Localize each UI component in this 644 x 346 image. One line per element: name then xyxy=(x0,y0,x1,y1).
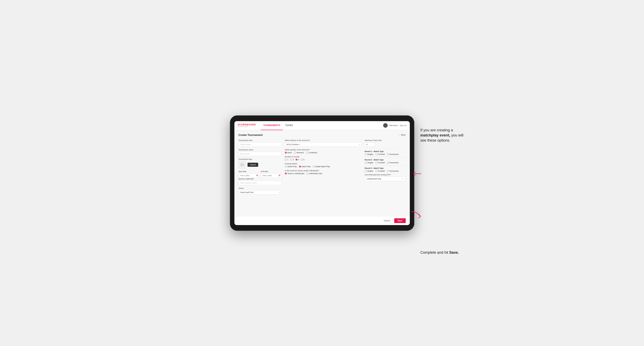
round3-foursomes[interactable]: Foursomes xyxy=(387,170,399,172)
scoring-medal-match-play-radio[interactable] xyxy=(313,166,315,168)
round3-foursomes-radio[interactable] xyxy=(387,170,389,172)
round3-fourball[interactable]: Fourball xyxy=(376,170,385,172)
rounds-2[interactable]: 2 xyxy=(290,159,294,161)
scoring-medal-match-play[interactable]: Medal Match Play xyxy=(313,166,330,168)
round2-fourball-label: Fourball xyxy=(378,162,385,164)
teams-plus-individuals-label: Teams (+Individuals) xyxy=(288,173,304,174)
scoring-match-play[interactable]: Match Play xyxy=(299,166,311,168)
round2-fourball[interactable]: Fourball xyxy=(376,162,385,164)
gender-mens-radio[interactable] xyxy=(285,152,287,154)
teams-plus-individuals[interactable]: Teams (+Individuals) xyxy=(285,173,304,174)
form-body: Tournament Host Tournament name Tourname… xyxy=(238,139,406,197)
end-date-group: End date xyxy=(261,171,282,178)
rounds-group: Number of rounds 1 2 xyxy=(285,156,362,161)
round2-foursomes[interactable]: Foursomes xyxy=(387,162,399,164)
division-select-wrapper: NCAA Division I xyxy=(285,142,362,147)
rounds-1-radio[interactable] xyxy=(285,159,287,161)
round2-singles[interactable]: Singles xyxy=(365,162,374,164)
round1-singles[interactable]: Singles xyxy=(365,153,374,155)
gender-mens[interactable]: Mens xyxy=(285,152,292,154)
end-date-label: End date xyxy=(261,171,282,173)
teams-plus-individuals-radio[interactable] xyxy=(285,173,287,174)
scoring-match-play-radio[interactable] xyxy=(299,166,301,168)
rounds-4-radio[interactable] xyxy=(301,159,303,161)
venue-select-wrapper: Search golf club xyxy=(238,190,282,194)
scoring-stroke-play[interactable]: Stroke Play xyxy=(285,166,297,168)
round2-match-type: Round 2 - Match Type Singles Fourball xyxy=(365,159,406,164)
image-icon xyxy=(240,163,244,166)
upload-button[interactable]: Upload xyxy=(248,163,258,167)
end-date-input[interactable] xyxy=(261,173,282,178)
tournament-host-input[interactable] xyxy=(238,142,282,147)
scoring-stroke-play-radio[interactable] xyxy=(285,166,287,168)
tablet-frame: SCOREBOARD Powered by clippit TOURNAMENT… xyxy=(230,115,414,231)
round2-singles-radio[interactable] xyxy=(365,162,367,164)
user-text: Test User | xyxy=(389,124,398,127)
round2-fourball-radio[interactable] xyxy=(376,162,378,164)
round1-foursomes-label: Foursomes xyxy=(390,153,399,155)
logo-placeholder xyxy=(238,161,246,169)
round2-singles-label: Singles xyxy=(368,162,374,164)
division-select[interactable]: NCAA Division I xyxy=(285,142,362,147)
tournament-name-input[interactable] xyxy=(238,152,282,156)
teams-label: Is this event for Teams and/or Individua… xyxy=(285,170,362,172)
annotation-bottom-bold: Save. xyxy=(449,250,459,255)
round1-fourball-radio[interactable] xyxy=(376,153,378,155)
tournament-host-label: Tournament Host xyxy=(238,139,282,141)
tournament-logo-label: Tournament logo xyxy=(238,158,282,160)
round3-singles-radio[interactable] xyxy=(365,170,367,172)
round1-foursomes-radio[interactable] xyxy=(387,153,389,155)
round2-foursomes-radio[interactable] xyxy=(387,162,389,164)
end-date-wrapper xyxy=(261,173,282,178)
round3-label: Round 3 - Match Type xyxy=(365,167,406,169)
round3-fourball-radio[interactable] xyxy=(376,170,378,172)
gender-womens-radio[interactable] xyxy=(294,152,296,154)
round3-singles-label: Singles xyxy=(368,170,374,172)
start-date-label: Start date xyxy=(238,171,259,173)
rounds-2-radio[interactable] xyxy=(290,159,292,161)
round3-match-type: Round 3 - Match Type Singles Fourball xyxy=(365,167,406,172)
page-title: Create Tournament xyxy=(238,133,263,137)
individuals-only[interactable]: Individuals Only xyxy=(306,173,322,174)
round1-match-type: Round 1 - Match Type Singles Fourball xyxy=(365,150,406,155)
third-party-select[interactable]: Leaderboard King ✕ › xyxy=(365,176,406,181)
gender-womens[interactable]: Womens xyxy=(294,152,304,154)
sponsor-group: Sponsor (optional) xyxy=(238,178,282,185)
form-col-left: Tournament Host Tournament name Tourname… xyxy=(238,139,282,197)
third-party-value: Leaderboard King xyxy=(366,178,381,180)
rounds-3-radio[interactable] xyxy=(296,159,298,161)
round3-singles[interactable]: Singles xyxy=(365,170,374,172)
round1-foursomes[interactable]: Foursomes xyxy=(387,153,399,155)
round3-radio-group: Singles Fourball Foursomes xyxy=(365,170,406,172)
gender-combined[interactable]: Combined xyxy=(306,152,317,154)
tag-x-icon[interactable]: ✕ › xyxy=(402,178,404,180)
individuals-only-radio[interactable] xyxy=(306,173,308,174)
scoring-radio-group: Stroke Play Match Play Medal Match Play xyxy=(285,166,362,168)
scoring-match-play-label: Match Play xyxy=(302,166,311,168)
max-team-size-input[interactable] xyxy=(365,142,375,147)
start-date-input[interactable] xyxy=(238,173,259,178)
round1-fourball-label: Fourball xyxy=(378,153,385,155)
round1-fourball[interactable]: Fourball xyxy=(376,153,385,155)
tablet-screen: SCOREBOARD Powered by clippit TOURNAMENT… xyxy=(234,121,410,225)
rounds-4[interactable]: 4 xyxy=(301,159,304,161)
signout-link[interactable]: Sign out xyxy=(400,124,406,127)
round1-radio-group: Singles Fourball Foursomes xyxy=(365,153,406,155)
date-row: Start date End date xyxy=(238,171,282,178)
round1-singles-radio[interactable] xyxy=(365,153,367,155)
back-button[interactable]: ← Back xyxy=(398,134,406,136)
sponsor-input[interactable] xyxy=(238,181,282,185)
save-button[interactable]: Save xyxy=(394,218,406,223)
tournament-name-label: Tournament name xyxy=(238,149,282,151)
venue-select[interactable]: Search golf club xyxy=(238,190,282,194)
rounds-1[interactable]: 1 xyxy=(285,159,288,161)
arrow-right-icon xyxy=(412,170,424,178)
nav-tab-tournaments[interactable]: TOURNAMENTS xyxy=(261,121,283,130)
page-content: Create Tournament ← Back Tournament Host… xyxy=(234,130,410,216)
round3-fourball-label: Fourball xyxy=(378,170,385,172)
cancel-button[interactable]: Cancel xyxy=(381,218,392,223)
third-party-section: Use third-party live scoring API? Leader… xyxy=(365,174,406,181)
nav-tab-teams[interactable]: TEAMS xyxy=(283,121,296,130)
rounds-3[interactable]: 3 xyxy=(296,159,299,161)
gender-combined-radio[interactable] xyxy=(306,152,308,154)
